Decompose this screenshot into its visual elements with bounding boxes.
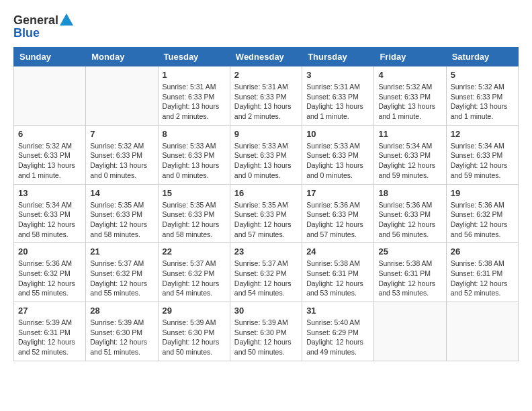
- column-header-thursday: Thursday: [302, 48, 374, 66]
- calendar-cell: [446, 302, 518, 361]
- calendar-cell: [14, 66, 86, 126]
- day-info: Sunrise: 5:33 AM Sunset: 6:33 PM Dayligh…: [306, 141, 369, 181]
- calendar-cell: 22Sunrise: 5:37 AM Sunset: 6:32 PM Dayli…: [158, 243, 230, 302]
- day-number: 12: [451, 129, 514, 139]
- week-row-3: 13Sunrise: 5:34 AM Sunset: 6:33 PM Dayli…: [14, 184, 519, 243]
- calendar-cell: 25Sunrise: 5:38 AM Sunset: 6:31 PM Dayli…: [374, 243, 446, 302]
- day-number: 21: [90, 246, 153, 257]
- logo: General Blue: [13, 13, 73, 40]
- calendar-cell: 8Sunrise: 5:33 AM Sunset: 6:33 PM Daylig…: [158, 125, 230, 184]
- calendar-cell: 17Sunrise: 5:36 AM Sunset: 6:33 PM Dayli…: [302, 184, 374, 243]
- logo-blue: Blue: [13, 26, 40, 40]
- column-header-tuesday: Tuesday: [158, 48, 230, 66]
- day-info: Sunrise: 5:39 AM Sunset: 6:30 PM Dayligh…: [90, 318, 153, 357]
- calendar-cell: 5Sunrise: 5:32 AM Sunset: 6:33 PM Daylig…: [446, 66, 518, 126]
- day-info: Sunrise: 5:37 AM Sunset: 6:32 PM Dayligh…: [163, 259, 226, 298]
- day-number: 13: [18, 188, 81, 198]
- day-info: Sunrise: 5:32 AM Sunset: 6:33 PM Dayligh…: [451, 82, 514, 122]
- day-number: 24: [306, 246, 369, 257]
- day-number: 10: [306, 129, 369, 139]
- calendar-cell: 10Sunrise: 5:33 AM Sunset: 6:33 PM Dayli…: [302, 125, 374, 184]
- logo-triangle-icon: [60, 13, 73, 26]
- day-info: Sunrise: 5:31 AM Sunset: 6:33 PM Dayligh…: [163, 82, 226, 122]
- day-number: 14: [90, 188, 153, 198]
- column-header-wednesday: Wednesday: [230, 48, 302, 66]
- day-info: Sunrise: 5:35 AM Sunset: 6:33 PM Dayligh…: [234, 200, 298, 240]
- day-number: 3: [306, 70, 369, 80]
- calendar-cell: 13Sunrise: 5:34 AM Sunset: 6:33 PM Dayli…: [14, 184, 86, 243]
- calendar-cell: [86, 66, 158, 126]
- day-info: Sunrise: 5:37 AM Sunset: 6:32 PM Dayligh…: [90, 259, 153, 298]
- day-number: 20: [18, 246, 81, 257]
- calendar-cell: 16Sunrise: 5:35 AM Sunset: 6:33 PM Dayli…: [230, 184, 302, 243]
- day-info: Sunrise: 5:35 AM Sunset: 6:33 PM Dayligh…: [90, 200, 153, 240]
- day-info: Sunrise: 5:33 AM Sunset: 6:33 PM Dayligh…: [163, 141, 226, 181]
- calendar-cell: 4Sunrise: 5:32 AM Sunset: 6:33 PM Daylig…: [374, 66, 446, 126]
- day-info: Sunrise: 5:36 AM Sunset: 6:33 PM Dayligh…: [378, 200, 441, 240]
- calendar-cell: 31Sunrise: 5:40 AM Sunset: 6:29 PM Dayli…: [302, 302, 374, 361]
- day-number: 1: [163, 70, 226, 80]
- calendar-cell: 21Sunrise: 5:37 AM Sunset: 6:32 PM Dayli…: [86, 243, 158, 302]
- day-info: Sunrise: 5:32 AM Sunset: 6:33 PM Dayligh…: [18, 141, 81, 181]
- day-number: 18: [378, 188, 441, 198]
- calendar-cell: 23Sunrise: 5:37 AM Sunset: 6:32 PM Dayli…: [230, 243, 302, 302]
- svg-marker-0: [60, 13, 73, 26]
- column-header-sunday: Sunday: [14, 48, 86, 66]
- day-number: 30: [234, 306, 298, 316]
- day-info: Sunrise: 5:36 AM Sunset: 6:32 PM Dayligh…: [18, 259, 81, 298]
- calendar-cell: 15Sunrise: 5:35 AM Sunset: 6:33 PM Dayli…: [158, 184, 230, 243]
- day-number: 31: [306, 306, 369, 316]
- day-number: 4: [378, 70, 441, 80]
- day-info: Sunrise: 5:34 AM Sunset: 6:33 PM Dayligh…: [18, 200, 81, 240]
- day-info: Sunrise: 5:37 AM Sunset: 6:32 PM Dayligh…: [234, 259, 298, 298]
- day-number: 15: [163, 188, 226, 198]
- calendar-cell: 14Sunrise: 5:35 AM Sunset: 6:33 PM Dayli…: [86, 184, 158, 243]
- day-number: 25: [378, 246, 441, 257]
- day-info: Sunrise: 5:34 AM Sunset: 6:33 PM Dayligh…: [378, 141, 441, 181]
- column-header-saturday: Saturday: [446, 48, 518, 66]
- calendar-cell: [374, 302, 446, 361]
- day-info: Sunrise: 5:36 AM Sunset: 6:32 PM Dayligh…: [451, 200, 514, 240]
- day-info: Sunrise: 5:34 AM Sunset: 6:33 PM Dayligh…: [451, 141, 514, 181]
- column-header-monday: Monday: [86, 48, 158, 66]
- day-number: 5: [451, 70, 514, 80]
- day-info: Sunrise: 5:31 AM Sunset: 6:33 PM Dayligh…: [306, 82, 369, 122]
- day-info: Sunrise: 5:36 AM Sunset: 6:33 PM Dayligh…: [306, 200, 369, 240]
- calendar-cell: 20Sunrise: 5:36 AM Sunset: 6:32 PM Dayli…: [14, 243, 86, 302]
- day-info: Sunrise: 5:40 AM Sunset: 6:29 PM Dayligh…: [306, 318, 369, 357]
- day-info: Sunrise: 5:32 AM Sunset: 6:33 PM Dayligh…: [378, 82, 441, 122]
- day-number: 17: [306, 188, 369, 198]
- day-number: 26: [451, 246, 514, 257]
- calendar-cell: 9Sunrise: 5:33 AM Sunset: 6:33 PM Daylig…: [230, 125, 302, 184]
- calendar-cell: 26Sunrise: 5:38 AM Sunset: 6:31 PM Dayli…: [446, 243, 518, 302]
- calendar-cell: 18Sunrise: 5:36 AM Sunset: 6:33 PM Dayli…: [374, 184, 446, 243]
- calendar-cell: 27Sunrise: 5:39 AM Sunset: 6:31 PM Dayli…: [14, 302, 86, 361]
- day-info: Sunrise: 5:32 AM Sunset: 6:33 PM Dayligh…: [90, 141, 153, 181]
- day-number: 11: [378, 129, 441, 139]
- week-row-5: 27Sunrise: 5:39 AM Sunset: 6:31 PM Dayli…: [14, 302, 519, 361]
- day-number: 9: [234, 129, 298, 139]
- column-header-friday: Friday: [374, 48, 446, 66]
- week-row-1: 1Sunrise: 5:31 AM Sunset: 6:33 PM Daylig…: [14, 66, 519, 126]
- day-number: 27: [18, 306, 81, 316]
- day-info: Sunrise: 5:33 AM Sunset: 6:33 PM Dayligh…: [234, 141, 298, 181]
- calendar-cell: 29Sunrise: 5:39 AM Sunset: 6:30 PM Dayli…: [158, 302, 230, 361]
- day-number: 2: [234, 70, 298, 80]
- calendar-cell: 3Sunrise: 5:31 AM Sunset: 6:33 PM Daylig…: [302, 66, 374, 126]
- day-info: Sunrise: 5:31 AM Sunset: 6:33 PM Dayligh…: [234, 82, 298, 122]
- day-info: Sunrise: 5:39 AM Sunset: 6:30 PM Dayligh…: [163, 318, 226, 357]
- day-info: Sunrise: 5:35 AM Sunset: 6:33 PM Dayligh…: [163, 200, 226, 240]
- day-number: 22: [163, 246, 226, 257]
- day-number: 28: [90, 306, 153, 316]
- week-row-2: 6Sunrise: 5:32 AM Sunset: 6:33 PM Daylig…: [14, 125, 519, 184]
- day-number: 7: [90, 129, 153, 139]
- calendar-cell: 19Sunrise: 5:36 AM Sunset: 6:32 PM Dayli…: [446, 184, 518, 243]
- day-number: 19: [451, 188, 514, 198]
- calendar-cell: 30Sunrise: 5:39 AM Sunset: 6:30 PM Dayli…: [230, 302, 302, 361]
- calendar-cell: 12Sunrise: 5:34 AM Sunset: 6:33 PM Dayli…: [446, 125, 518, 184]
- calendar-cell: 11Sunrise: 5:34 AM Sunset: 6:33 PM Dayli…: [374, 125, 446, 184]
- calendar-cell: 1Sunrise: 5:31 AM Sunset: 6:33 PM Daylig…: [158, 66, 230, 126]
- page-header: General Blue: [13, 13, 519, 40]
- calendar-header-row: SundayMondayTuesdayWednesdayThursdayFrid…: [14, 48, 519, 66]
- calendar-cell: 2Sunrise: 5:31 AM Sunset: 6:33 PM Daylig…: [230, 66, 302, 126]
